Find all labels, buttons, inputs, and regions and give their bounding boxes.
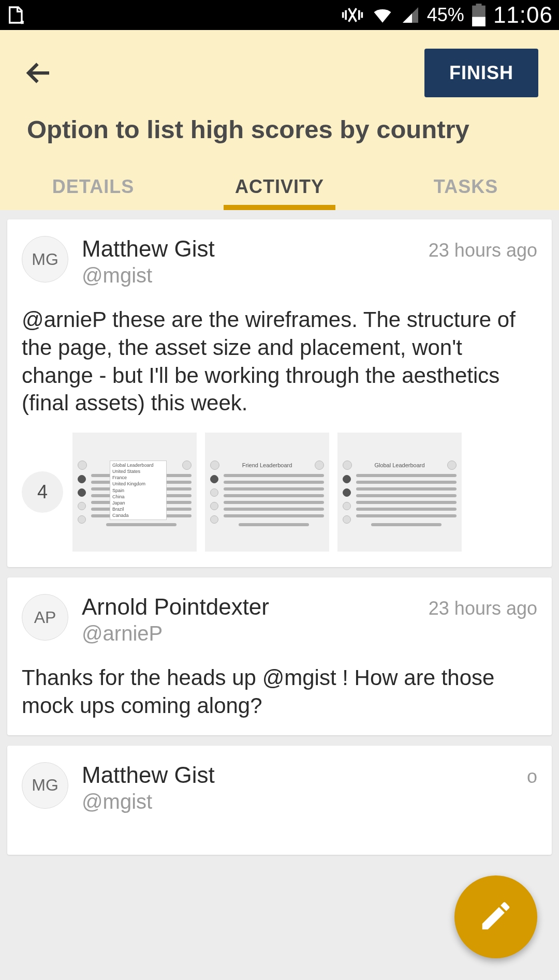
comment-body: @arnieP these are the wireframes. The st… (22, 287, 537, 417)
author-name[interactable]: Matthew Gist (82, 762, 215, 788)
finish-button[interactable]: FINISH (424, 49, 538, 97)
activity-card: AP Arnold Pointdexter 23 hours ago @arni… (7, 577, 552, 735)
tab-tasks[interactable]: TASKS (373, 166, 559, 210)
author-name[interactable]: Matthew Gist (82, 236, 215, 262)
battery-icon (472, 4, 486, 26)
activity-card: MG Matthew Gist o @mgist (7, 746, 552, 855)
author-handle[interactable]: @mgist (82, 264, 537, 287)
page-header: FINISH Option to list high scores by cou… (0, 30, 559, 210)
author-handle[interactable]: @arnieP (82, 622, 537, 645)
vibrate-icon (341, 4, 364, 26)
cell-signal-icon (401, 6, 420, 24)
svg-rect-1 (472, 17, 486, 26)
clock: 11:06 (493, 2, 553, 28)
compose-fab[interactable] (454, 875, 537, 958)
avatar[interactable]: MG (22, 236, 68, 283)
battery-percentage: 45% (427, 4, 464, 26)
author-handle[interactable]: @mgist (82, 790, 537, 813)
activity-feed[interactable]: MG Matthew Gist 23 hours ago @mgist @arn… (0, 210, 559, 864)
comment-body: Thanks for the heads up @mgist ! How are… (22, 645, 537, 720)
attachments-row: 4 Global Leaderboard Global Leaderboard … (22, 417, 537, 552)
timestamp: o (527, 766, 537, 788)
timestamp: 23 hours ago (429, 240, 537, 261)
author-name[interactable]: Arnold Pointdexter (82, 594, 269, 620)
attachment-count-badge[interactable]: 4 (22, 471, 63, 513)
avatar[interactable]: AP (22, 594, 68, 641)
tab-activity[interactable]: ACTIVITY (186, 166, 373, 210)
timestamp: 23 hours ago (429, 598, 537, 619)
attachment-thumbnail[interactable]: Global Leaderboard Global Leaderboard Un… (72, 433, 197, 552)
app-icon (6, 5, 27, 25)
attachment-thumbnail[interactable]: Friend Leaderboard (205, 433, 329, 552)
wifi-icon (371, 4, 394, 26)
tab-details[interactable]: DETAILS (0, 166, 186, 210)
svg-rect-2 (476, 4, 481, 7)
back-button[interactable] (21, 55, 57, 91)
wireframe-dropdown: Global Leaderboard United States France … (110, 461, 167, 520)
page-title: Option to list high scores by country (0, 97, 559, 166)
activity-card: MG Matthew Gist 23 hours ago @mgist @arn… (7, 219, 552, 567)
pencil-icon (478, 898, 514, 936)
avatar[interactable]: MG (22, 762, 68, 809)
tab-bar: DETAILS ACTIVITY TASKS (0, 166, 559, 210)
android-status-bar: 45% 11:06 (0, 0, 559, 30)
attachment-thumbnail[interactable]: Global Leaderboard (337, 433, 462, 552)
